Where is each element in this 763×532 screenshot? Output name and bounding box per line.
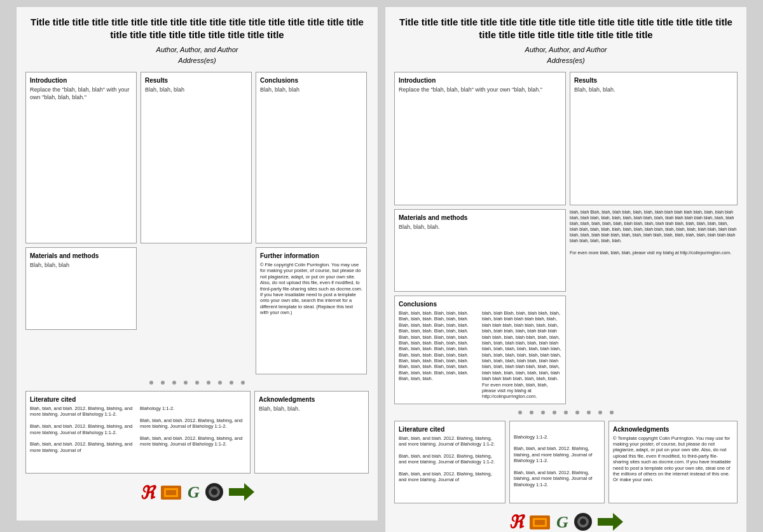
- right-bottom-row: Literature cited Blah, blah, and blah. 2…: [394, 421, 738, 503]
- right-intro-heading: Introduction: [399, 76, 561, 85]
- icon-arrow-right: [598, 513, 623, 532]
- right-dense-text: blah, blah Blah, blah, blah blah, blah, …: [570, 209, 738, 256]
- right-lit-left: Blah, blah, and blah. 2012. Blahing, bla…: [399, 435, 501, 483]
- right-main-cols: Introduction Replace the "blah, blah, bl…: [394, 72, 738, 404]
- left-lit-heading: Literature cited: [30, 395, 246, 404]
- left-top-row: Introduction Replace the "blah, blah, bl…: [25, 72, 369, 243]
- right-lit-heading: Literature cited: [399, 425, 501, 433]
- left-further-text: © File copyright Colin Purrington. You m…: [260, 262, 362, 315]
- right-materials-panel: Materials and methods Blah, blah, blah.: [394, 209, 566, 292]
- right-dot-9: [610, 411, 614, 414]
- right-lit-right: Blahology 1:1-2. Blah, blah, and blah. 2…: [514, 434, 600, 488]
- left-body: Introduction Replace the "blah, blah, bl…: [25, 72, 369, 512]
- right-results-panel: Results Blah, blah, blah.: [570, 72, 738, 205]
- left-dots: [25, 378, 369, 387]
- left-results-heading: Results: [145, 76, 247, 85]
- right-title: Title title title title title title titl…: [394, 16, 738, 41]
- right-footer-icons: ℜ G: [394, 510, 738, 532]
- dot-2: [161, 381, 165, 385]
- right-intro-text: Replace the "blah, blah, blah" with your…: [399, 86, 561, 94]
- dot-3: [172, 381, 176, 385]
- left-materials-text: Blah, blah, blah: [30, 262, 132, 269]
- right-dots: [394, 408, 738, 417]
- right-poster: Title title title title title title titl…: [385, 6, 747, 532]
- left-title: Title title title title title title titl…: [25, 16, 369, 41]
- left-materials-heading: Materials and methods: [30, 252, 132, 260]
- right-materials-heading: Materials and methods: [399, 214, 561, 222]
- left-further-panel: Further information © File copyright Col…: [256, 247, 367, 374]
- icon-r-left: ℜ: [140, 482, 155, 503]
- left-intro-text: Replace the "blah, blah, blah" with your…: [30, 86, 132, 101]
- icon-circle-left: [205, 482, 224, 503]
- left-bottom-row: Literature cited Blah, blah, and blah. 2…: [25, 391, 369, 474]
- svg-point-5: [211, 489, 217, 495]
- right-left-col: Introduction Replace the "blah, blah, bl…: [394, 72, 566, 404]
- dot-9: [241, 381, 245, 385]
- right-dot-5: [564, 411, 568, 414]
- right-lit-right-panel: Blahology 1:1-2. Blah, blah, and blah. 2…: [509, 421, 605, 503]
- left-empty-space: [141, 247, 252, 330]
- right-ack-panel: Acknowledgments © Template copyright Col…: [608, 421, 738, 503]
- left-footer-icons: ℜ G: [25, 480, 369, 505]
- left-results-panel: Results Blah, blah, blah: [141, 72, 252, 243]
- dot-1: [149, 381, 153, 385]
- left-conclusions-heading: Conclusions: [260, 76, 362, 85]
- right-dot-1: [518, 411, 522, 414]
- left-mid-row: Materials and methods Blah, blah, blah F…: [25, 247, 369, 374]
- left-poster: Title title title title title title titl…: [16, 6, 378, 521]
- left-lit-cited-panel: Literature cited Blah, blah, and blah. 2…: [25, 391, 251, 474]
- icon-g-left: G: [188, 483, 200, 502]
- icon-circle-right: [574, 512, 593, 532]
- right-results-text: Blah, blah, blah.: [574, 86, 733, 94]
- icon-r-right: ℜ: [509, 512, 523, 532]
- left-ack-heading: Acknowledgments: [259, 395, 364, 404]
- left-intro-panel: Introduction Replace the "blah, blah, bl…: [25, 72, 137, 243]
- right-lit-left-panel: Literature cited Blah, blah, and blah. 2…: [394, 421, 505, 503]
- right-dot-7: [587, 411, 591, 414]
- dot-6: [207, 381, 210, 385]
- right-dense-area: blah, blah Blah, blah, blah blah, blah, …: [570, 209, 738, 404]
- right-conclusions-text-right: blah, blah Blah, blah, blah blah, blah, …: [482, 310, 561, 400]
- right-results-heading: Results: [574, 76, 733, 85]
- svg-point-12: [580, 519, 586, 525]
- dot-8: [230, 381, 233, 385]
- left-conclusions-panel: Conclusions Blah, blah, blah: [256, 72, 367, 243]
- left-ack-text: Blah, blah, blah.: [259, 406, 364, 413]
- dot-4: [184, 381, 188, 385]
- left-materials-panel: Materials and methods Blah, blah, blah: [25, 247, 137, 330]
- left-conclusions-text: Blah, blah, blah: [260, 86, 362, 94]
- left-results-text: Blah, blah, blah: [145, 86, 247, 94]
- icon-arrow-left: [229, 483, 254, 502]
- svg-marker-6: [229, 483, 254, 501]
- right-dot-8: [598, 411, 602, 414]
- icon-box-left: [160, 483, 182, 502]
- dot-5: [195, 381, 199, 385]
- left-lit-left: Blah, blah, and blah. 2012. Blahing, bla…: [30, 406, 136, 453]
- svg-rect-2: [166, 490, 176, 495]
- icon-box-right: [528, 513, 551, 532]
- right-ack-text: © Template copyright Colin Purrington. Y…: [613, 435, 733, 483]
- left-authors: Author, Author, and Author Address(es): [25, 44, 369, 65]
- dot-7: [218, 381, 222, 385]
- right-intro-panel: Introduction Replace the "blah, blah, bl…: [394, 72, 566, 205]
- right-dot-6: [575, 411, 579, 414]
- left-further-heading: Further information: [260, 252, 362, 260]
- right-materials-text: Blah, blah, blah.: [399, 224, 561, 231]
- right-authors: Author, Author, and Author Address(es): [394, 44, 738, 65]
- right-dot-4: [553, 411, 556, 414]
- right-ack-heading: Acknowledgments: [613, 425, 733, 433]
- left-acknowledgments-panel: Acknowledgments Blah, blah, blah.: [254, 391, 369, 474]
- right-dot-3: [541, 411, 545, 414]
- svg-marker-13: [598, 513, 623, 531]
- right-conclusions-text-left: Blah, blah, blah. Blah, blah, blah. Blah…: [399, 310, 478, 400]
- right-right-col: Results Blah, blah, blah. blah, blah Bla…: [570, 72, 738, 404]
- right-dot-2: [530, 411, 533, 414]
- right-conclusions-heading: Conclusions: [399, 300, 561, 308]
- icon-g-right: G: [556, 513, 568, 532]
- svg-rect-9: [535, 520, 545, 525]
- left-lit-right: Blahology 1:1-2. Blah, blah, and blah. 2…: [140, 406, 246, 453]
- left-intro-heading: Introduction: [30, 76, 132, 85]
- right-conclusions-panel: Conclusions Blah, blah, blah. Blah, blah…: [394, 296, 566, 404]
